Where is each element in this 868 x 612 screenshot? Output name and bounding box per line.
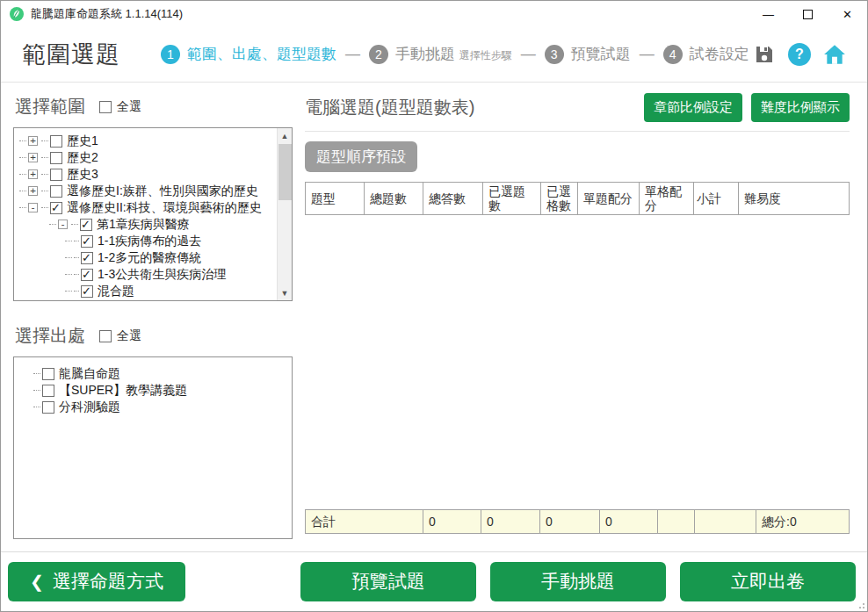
tree-checkbox[interactable] xyxy=(81,235,93,248)
step-number-badge: 3 xyxy=(545,45,564,64)
question-type-table: 題型 總題數 總答數 已選題數 已選格數 單題配分 單格配分 小計 xyxy=(305,182,850,551)
tree-connector xyxy=(41,140,48,141)
tree-connector xyxy=(65,257,72,258)
source-checkbox[interactable] xyxy=(42,385,54,397)
tree-node-label: 1-2多元的醫療傳統 xyxy=(98,250,201,266)
step-item: 3 預覽試題 — xyxy=(545,45,663,64)
home-icon[interactable] xyxy=(823,43,846,66)
tree-node-label: 混合題 xyxy=(98,284,134,299)
source-select-all-label: 全選 xyxy=(117,328,141,344)
step-separator: — xyxy=(640,46,655,63)
chapter-ratio-button[interactable]: 章節比例設定 xyxy=(644,93,742,122)
step-label: 預覽試題 xyxy=(571,47,631,63)
tree-checkbox[interactable] xyxy=(50,169,62,181)
computer-selection-title: 電腦選題(題型題數表) xyxy=(305,96,474,119)
range-select-all[interactable]: 全選 xyxy=(99,99,141,115)
difficulty-ratio-button[interactable]: 難度比例顯示 xyxy=(751,93,850,122)
source-item[interactable]: 分科測驗題 xyxy=(33,399,288,415)
source-item[interactable]: 【SUPER】教學講義題 xyxy=(33,382,288,399)
preview-button[interactable]: 預覽試題 xyxy=(300,562,476,601)
tree-connector xyxy=(74,291,79,292)
tree-node[interactable]: + 歷史2 xyxy=(19,149,272,166)
source-checkbox[interactable] xyxy=(42,368,54,380)
tree-node[interactable]: 混合題 xyxy=(19,283,272,299)
left-panel: 選擇範圍 全選 + 歷史1 xyxy=(13,86,293,551)
tree-checkbox[interactable] xyxy=(81,269,93,281)
manual-pick-button[interactable]: 手動挑題 xyxy=(490,562,666,601)
step-number-badge: 1 xyxy=(161,45,180,64)
total-score-cell: 總分:0 xyxy=(756,510,849,533)
source-label: 龍騰自命題 xyxy=(59,366,120,382)
generate-now-button[interactable]: 立即出卷 xyxy=(680,562,856,601)
table-header-cell: 難易度 xyxy=(738,183,786,214)
tree-expander-icon[interactable]: + xyxy=(28,136,38,146)
tree-node[interactable]: + 歷史1 xyxy=(19,133,272,149)
maximize-button[interactable] xyxy=(788,1,828,27)
source-connector xyxy=(33,373,40,374)
selected-questions-cell: 0 xyxy=(539,510,599,533)
range-select-all-checkbox[interactable] xyxy=(99,101,112,113)
table-header-cell: 單格配分 xyxy=(639,183,693,214)
right-panel: 電腦選題(題型題數表) 章節比例設定 難度比例顯示 題型順序預設 題型 總題數 … xyxy=(305,86,850,551)
title-bar: 龍騰題庫命題系統 1.1.14(114) — ✕ xyxy=(1,1,867,27)
table-header-cell: 題型 xyxy=(306,183,364,214)
tree-node-label: 選修歷史II:科技、環境與藝術的歷史 xyxy=(67,200,262,216)
tree-checkbox[interactable] xyxy=(81,285,93,298)
tree-node[interactable]: 1-1疾病傳布的過去 xyxy=(19,233,272,249)
table-header-cell: 已選題數 xyxy=(482,183,540,214)
back-button[interactable]: ❮ 選擇命題方式 xyxy=(8,562,185,601)
minimize-button[interactable]: — xyxy=(749,1,788,27)
tree-node[interactable]: + 歷史3 xyxy=(19,166,272,183)
tree-checkbox[interactable] xyxy=(81,252,93,264)
tree-connector xyxy=(41,174,48,175)
source-connector xyxy=(33,407,40,407)
scroll-down-icon[interactable]: ▼ xyxy=(278,285,292,300)
source-list: 龍騰自命題 【SUPER】教學講義題 分科測驗題 xyxy=(13,356,293,539)
scrollbar-thumb[interactable] xyxy=(278,144,292,200)
tree-scrollbar[interactable]: ▲ ▼ xyxy=(277,128,292,300)
tree-expander-icon[interactable]: + xyxy=(28,153,38,162)
step-label: 手動挑題 選擇性步驟 xyxy=(395,47,512,63)
tree-node[interactable]: 1-2多元的醫療傳統 xyxy=(19,249,272,266)
tree-expander-icon[interactable]: + xyxy=(28,169,38,179)
tree-node[interactable]: - 選修歷史II:科技、環境與藝術的歷史 xyxy=(19,199,272,216)
tree-node[interactable]: 1-3公共衛生與疾病治理 xyxy=(19,266,272,283)
tree-expander-icon[interactable]: + xyxy=(28,186,38,196)
tree-node-label: 歷史3 xyxy=(67,167,98,183)
tree-checkbox[interactable] xyxy=(50,202,62,214)
source-select-all-checkbox[interactable] xyxy=(99,330,112,342)
tree-node[interactable]: 配套題 xyxy=(19,299,272,301)
step-separator: — xyxy=(345,46,360,63)
question-order-button[interactable]: 題型順序預設 xyxy=(305,141,417,172)
tree-connector xyxy=(19,207,26,208)
tree-expander-icon[interactable]: - xyxy=(28,203,38,212)
step-label-text: 範圍、出處、題型題數 xyxy=(187,46,336,62)
tree-expander-icon[interactable]: - xyxy=(58,220,68,229)
tree-node[interactable]: + 選修歷史I:族群、性別與國家的歷史 xyxy=(19,183,272,199)
step-label-text: 手動挑題 xyxy=(395,46,455,62)
step-label: 範圍、出處、題型題數 xyxy=(187,47,336,63)
tree-connector xyxy=(49,224,56,225)
tree-node[interactable]: - 第1章疾病與醫療 xyxy=(19,216,272,233)
tree-connector xyxy=(74,274,79,275)
help-icon[interactable]: ? xyxy=(788,43,811,66)
tree-checkbox[interactable] xyxy=(50,135,62,148)
step-item: 2 手動挑題 選擇性步驟 — xyxy=(369,45,545,64)
empty-cell xyxy=(657,510,694,533)
source-label: 分科測驗題 xyxy=(59,400,120,415)
table-header-cell: 總答數 xyxy=(423,183,482,214)
tree-checkbox[interactable] xyxy=(50,152,62,164)
source-checkbox[interactable] xyxy=(42,401,54,414)
scroll-up-icon[interactable]: ▲ xyxy=(278,128,292,143)
tree-checkbox[interactable] xyxy=(50,185,62,198)
close-button[interactable]: ✕ xyxy=(828,1,867,27)
tree-checkbox[interactable] xyxy=(80,219,92,231)
resize-grip[interactable] xyxy=(857,601,864,608)
selected-cells-cell: 0 xyxy=(599,510,657,533)
step-item: 4 試卷設定 xyxy=(663,45,749,64)
source-select-all[interactable]: 全選 xyxy=(99,328,141,344)
source-item[interactable]: 龍騰自命題 xyxy=(33,365,288,382)
tree-connector xyxy=(19,157,26,158)
step-label-text: 預覽試題 xyxy=(571,46,631,62)
save-icon[interactable] xyxy=(753,43,776,66)
